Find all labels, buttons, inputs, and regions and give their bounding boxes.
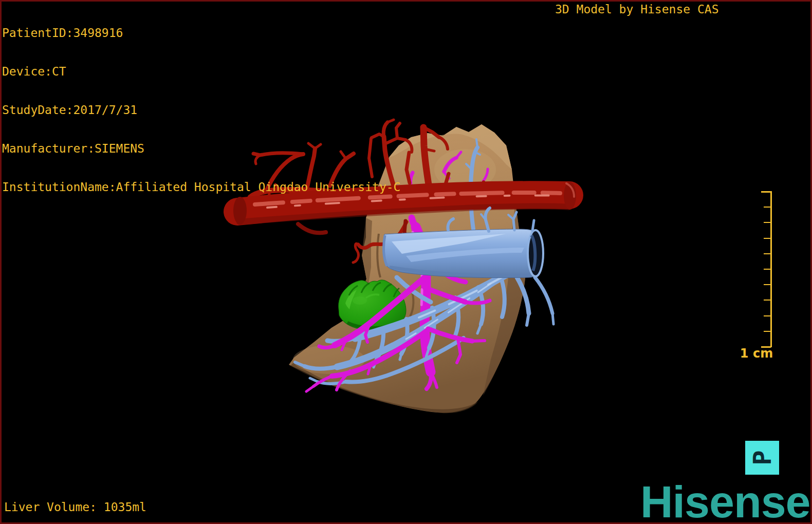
watermark-title: 3D Model by Hisense CAS xyxy=(555,3,719,16)
scale-tick xyxy=(764,238,771,239)
patient-id-line: PatientID:3498916 xyxy=(2,27,400,40)
scale-bar-label: 1 cm xyxy=(739,346,774,361)
orientation-letter: P xyxy=(750,451,774,465)
scale-tick xyxy=(761,191,771,193)
manufacturer-line: Manufacturer:SIEMENS xyxy=(2,142,400,155)
patient-info-block: PatientID:3498916 Device:CT StudyDate:20… xyxy=(2,1,400,219)
scale-tick xyxy=(764,284,771,285)
liver-volume-label: Liver Volume: 1035ml xyxy=(4,500,146,514)
cas-3d-viewer-window: PatientID:3498916 Device:CT StudyDate:20… xyxy=(0,0,812,524)
orientation-marker[interactable]: P xyxy=(745,441,779,475)
scale-tick xyxy=(764,331,771,332)
scale-tick xyxy=(764,207,771,208)
hisense-logo: Hisense xyxy=(640,479,810,524)
scale-tick xyxy=(764,315,771,316)
study-date-line: StudyDate:2017/7/31 xyxy=(2,104,400,117)
device-line: Device:CT xyxy=(2,65,400,78)
institution-line: InstitutionName:Affiliated Hospital Qing… xyxy=(2,181,400,194)
scale-tick xyxy=(764,269,771,270)
scale-tick xyxy=(764,300,771,301)
scale-tick xyxy=(764,253,771,254)
scale-bar xyxy=(761,191,772,347)
scale-tick xyxy=(764,222,771,223)
